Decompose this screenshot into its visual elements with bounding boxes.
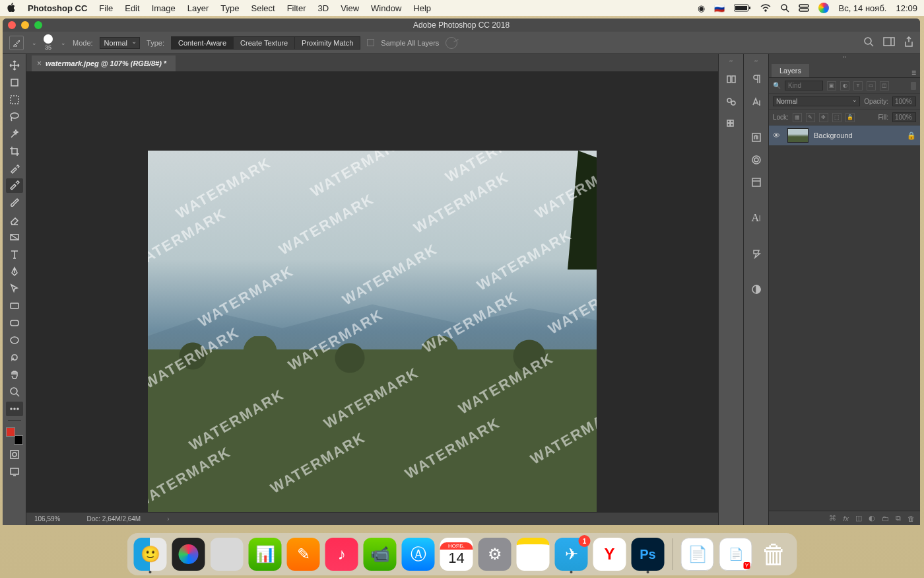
- filter-adjustment-icon[interactable]: ◐: [840, 81, 849, 90]
- brush-tool[interactable]: [6, 196, 23, 210]
- brush-caret-icon[interactable]: ⌄: [61, 40, 66, 46]
- magic-wand-tool[interactable]: [6, 127, 23, 141]
- layer-style-icon[interactable]: fx: [843, 515, 849, 523]
- filter-type-icon[interactable]: T: [853, 81, 863, 90]
- brush-preset-picker[interactable]: 35: [44, 34, 53, 51]
- ellipse-tool[interactable]: [6, 333, 23, 347]
- type-create-texture-button[interactable]: Create Texture: [233, 36, 294, 50]
- tool-preset-caret-icon[interactable]: ⌄: [32, 40, 37, 46]
- lock-position-icon[interactable]: ✥: [819, 113, 828, 122]
- glyphs-panel-icon[interactable]: [749, 130, 764, 145]
- menu-filter[interactable]: Filter: [287, 3, 306, 13]
- workspace-switcher-icon[interactable]: [883, 37, 895, 48]
- filter-toggle-icon[interactable]: [911, 82, 916, 90]
- screen-mode-tool[interactable]: [6, 464, 23, 479]
- gradient-tool[interactable]: [6, 230, 23, 244]
- type-proximity-match-button[interactable]: Proximity Match: [294, 36, 360, 50]
- menu-3d[interactable]: 3D: [318, 3, 329, 13]
- menu-image[interactable]: Image: [152, 3, 176, 13]
- menu-help[interactable]: Help: [413, 3, 431, 13]
- dock-appstore[interactable]: Ⓐ: [402, 538, 435, 571]
- marquee-tool[interactable]: [6, 92, 23, 107]
- new-layer-icon[interactable]: ⧉: [896, 514, 901, 523]
- lock-transparency-icon[interactable]: ▦: [793, 113, 802, 122]
- rectangle-tool[interactable]: [6, 299, 23, 313]
- dock-trash[interactable]: 🗑: [758, 538, 791, 571]
- filter-shape-icon[interactable]: ▭: [867, 81, 876, 90]
- menu-window[interactable]: Window: [371, 3, 401, 13]
- window-zoom-button[interactable]: [34, 21, 42, 29]
- path-selection-tool[interactable]: [6, 281, 23, 296]
- opacity-input[interactable]: 100%: [892, 96, 916, 106]
- dock-calendar[interactable]: НОЯБ.14: [440, 538, 473, 571]
- type-panel-icon[interactable]: A|: [749, 211, 764, 225]
- panel-expand-icon[interactable]: ‹‹: [729, 58, 733, 64]
- spot-healing-brush-tool[interactable]: [6, 178, 23, 193]
- dock-finder[interactable]: 🙂: [134, 538, 167, 571]
- lock-all-icon[interactable]: 🔒: [845, 113, 855, 122]
- dock-pages[interactable]: ✎: [287, 538, 320, 571]
- history-panel-icon[interactable]: [724, 72, 739, 87]
- adjustment-layer-icon[interactable]: ◐: [869, 514, 875, 523]
- type-content-aware-button[interactable]: Content-Aware: [171, 36, 233, 50]
- menu-select[interactable]: Select: [251, 3, 275, 13]
- siri-icon[interactable]: [818, 3, 829, 13]
- layer-lock-icon[interactable]: 🔒: [907, 131, 916, 140]
- window-close-button[interactable]: [8, 21, 16, 29]
- fill-input[interactable]: 100%: [892, 112, 916, 122]
- rounded-rectangle-tool[interactable]: [6, 316, 23, 330]
- sample-all-layers-checkbox[interactable]: [367, 39, 374, 46]
- canvas-viewport[interactable]: WATERMARK WATERMARK WATERMARK WATERMARK …: [26, 71, 718, 512]
- battery-icon[interactable]: [734, 4, 751, 12]
- app-name[interactable]: Photoshop CC: [28, 3, 87, 13]
- crop-tool[interactable]: [6, 144, 23, 159]
- dock-siri[interactable]: [172, 538, 205, 571]
- search-icon[interactable]: [863, 36, 874, 49]
- panel-collapse-icon[interactable]: ››: [769, 54, 920, 62]
- wifi-icon[interactable]: [760, 4, 771, 12]
- character-panel-icon[interactable]: [749, 94, 764, 109]
- foreground-background-colors[interactable]: [6, 427, 23, 445]
- pressure-icon[interactable]: [446, 37, 457, 49]
- location-icon[interactable]: ◉: [698, 3, 705, 13]
- dock-yandex[interactable]: Y: [593, 538, 626, 571]
- background-color-swatch[interactable]: [14, 435, 23, 445]
- layer-mask-icon[interactable]: ◫: [855, 514, 862, 523]
- menu-layer[interactable]: Layer: [187, 3, 209, 13]
- eraser-tool[interactable]: [6, 213, 23, 227]
- close-tab-icon[interactable]: ×: [37, 59, 42, 68]
- brushes-panel-icon[interactable]: [724, 94, 739, 109]
- actions-panel-icon[interactable]: [749, 246, 764, 261]
- delete-layer-icon[interactable]: 🗑: [908, 515, 915, 523]
- menu-view[interactable]: View: [341, 3, 359, 13]
- canvas[interactable]: WATERMARK WATERMARK WATERMARK WATERMARK …: [148, 151, 597, 512]
- move-tool[interactable]: [6, 58, 23, 73]
- menubar-time[interactable]: 12:09: [896, 3, 917, 13]
- layer-row[interactable]: 👁 Background 🔒: [769, 126, 920, 145]
- properties-panel-icon[interactable]: [749, 175, 764, 190]
- lasso-tool[interactable]: [6, 110, 23, 124]
- menubar-date[interactable]: Вс, 14 нояб.: [838, 3, 886, 13]
- filter-search-icon[interactable]: 🔍: [773, 82, 781, 89]
- zoom-tool[interactable]: [6, 384, 23, 399]
- paragraph-panel-icon[interactable]: [749, 72, 764, 87]
- blend-mode-select[interactable]: Normal: [773, 96, 860, 106]
- custom-shape-tool[interactable]: [6, 350, 23, 365]
- pen-tool[interactable]: [6, 264, 23, 279]
- menu-edit[interactable]: Edit: [125, 3, 139, 13]
- dock-launchpad[interactable]: [211, 538, 244, 571]
- status-doc-size[interactable]: Doc: 2,64M/2,64M: [86, 515, 141, 523]
- hand-tool[interactable]: [6, 367, 23, 382]
- dock-telegram[interactable]: ✈1: [555, 538, 588, 571]
- artboard-tool[interactable]: [6, 75, 23, 90]
- status-zoom[interactable]: 106,59%: [34, 515, 60, 523]
- adjustments-panel-icon[interactable]: [749, 282, 764, 297]
- filter-smart-icon[interactable]: ◫: [880, 81, 889, 90]
- mode-select[interactable]: Normal: [100, 37, 140, 49]
- apple-menu[interactable]: [7, 3, 16, 14]
- group-icon[interactable]: 🗀: [882, 515, 889, 523]
- lock-artboard-icon[interactable]: ⬚: [832, 113, 842, 122]
- menu-file[interactable]: File: [99, 3, 113, 13]
- dock-settings[interactable]: ⚙: [478, 538, 512, 571]
- spotlight-icon[interactable]: [780, 3, 789, 13]
